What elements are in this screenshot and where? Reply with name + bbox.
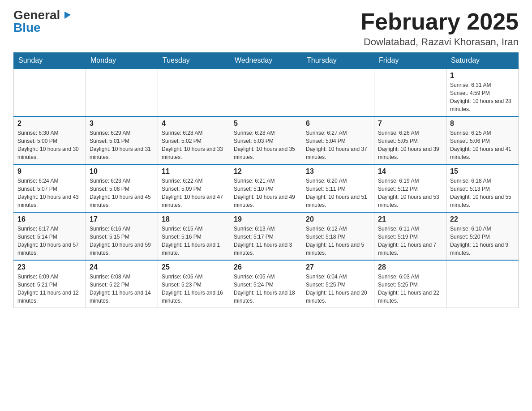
calendar-cell-w3-d6: 14Sunrise: 6:19 AMSunset: 5:12 PMDayligh… — [374, 164, 446, 212]
calendar-cell-w4-d7: 22Sunrise: 6:10 AMSunset: 5:20 PMDayligh… — [446, 212, 519, 260]
day-info: Sunrise: 6:15 AMSunset: 5:16 PMDaylight:… — [162, 225, 226, 257]
calendar-cell-w4-d3: 18Sunrise: 6:15 AMSunset: 5:16 PMDayligh… — [158, 212, 230, 260]
day-info: Sunrise: 6:13 AMSunset: 5:17 PMDaylight:… — [234, 225, 298, 257]
calendar-cell-w5-d1: 23Sunrise: 6:09 AMSunset: 5:21 PMDayligh… — [14, 260, 86, 308]
day-info: Sunrise: 6:10 AMSunset: 5:20 PMDaylight:… — [450, 225, 515, 257]
calendar-cell-w3-d7: 15Sunrise: 6:18 AMSunset: 5:13 PMDayligh… — [446, 164, 519, 212]
day-info: Sunrise: 6:09 AMSunset: 5:21 PMDaylight:… — [17, 273, 82, 305]
calendar-week-5: 23Sunrise: 6:09 AMSunset: 5:21 PMDayligh… — [14, 260, 519, 308]
day-number: 4 — [162, 120, 226, 128]
day-number: 26 — [234, 263, 298, 271]
day-number: 17 — [90, 215, 154, 223]
calendar-cell-w3-d4: 12Sunrise: 6:21 AMSunset: 5:10 PMDayligh… — [230, 164, 302, 212]
day-number: 18 — [162, 215, 226, 223]
logo: General Blue — [13, 9, 72, 34]
calendar-cell-w1-d3 — [158, 68, 230, 116]
day-number: 5 — [234, 120, 298, 128]
day-info: Sunrise: 6:17 AMSunset: 5:14 PMDaylight:… — [17, 225, 82, 257]
day-number: 7 — [378, 120, 442, 128]
calendar-cell-w4-d1: 16Sunrise: 6:17 AMSunset: 5:14 PMDayligh… — [14, 212, 86, 260]
calendar-cell-w2-d3: 4Sunrise: 6:28 AMSunset: 5:02 PMDaylight… — [158, 116, 230, 164]
calendar-cell-w3-d1: 9Sunrise: 6:24 AMSunset: 5:07 PMDaylight… — [14, 164, 86, 212]
day-number: 12 — [234, 167, 298, 176]
day-number: 16 — [17, 215, 82, 223]
header-saturday: Saturday — [446, 53, 519, 69]
day-info: Sunrise: 6:28 AMSunset: 5:03 PMDaylight:… — [234, 129, 298, 161]
day-number: 21 — [378, 215, 442, 223]
page-header: General Blue February 2025 Dowlatabad, R… — [13, 9, 519, 48]
calendar-cell-w3-d2: 10Sunrise: 6:23 AMSunset: 5:08 PMDayligh… — [86, 164, 158, 212]
day-number: 1 — [450, 72, 515, 80]
header-tuesday: Tuesday — [158, 53, 230, 69]
calendar-cell-w5-d4: 26Sunrise: 6:05 AMSunset: 5:24 PMDayligh… — [230, 260, 302, 308]
header-sunday: Sunday — [14, 53, 86, 69]
calendar-cell-w4-d5: 20Sunrise: 6:12 AMSunset: 5:18 PMDayligh… — [302, 212, 374, 260]
day-number: 6 — [306, 120, 370, 128]
day-info: Sunrise: 6:19 AMSunset: 5:12 PMDaylight:… — [378, 177, 442, 209]
calendar-week-2: 2Sunrise: 6:30 AMSunset: 5:00 PMDaylight… — [14, 116, 519, 164]
day-info: Sunrise: 6:08 AMSunset: 5:22 PMDaylight:… — [90, 273, 154, 305]
logo-general-text: General — [13, 9, 60, 21]
calendar-cell-w5-d5: 27Sunrise: 6:04 AMSunset: 5:25 PMDayligh… — [302, 260, 374, 308]
calendar-cell-w1-d6 — [374, 68, 446, 116]
calendar-week-4: 16Sunrise: 6:17 AMSunset: 5:14 PMDayligh… — [14, 212, 519, 260]
calendar-cell-w2-d7: 8Sunrise: 6:25 AMSunset: 5:06 PMDaylight… — [446, 116, 519, 164]
calendar-cell-w5-d3: 25Sunrise: 6:06 AMSunset: 5:23 PMDayligh… — [158, 260, 230, 308]
day-number: 13 — [306, 167, 370, 176]
header-wednesday: Wednesday — [230, 53, 302, 69]
day-number: 10 — [90, 167, 154, 176]
day-info: Sunrise: 6:12 AMSunset: 5:18 PMDaylight:… — [306, 225, 370, 257]
weekday-header-row: Sunday Monday Tuesday Wednesday Thursday… — [14, 53, 519, 69]
day-number: 23 — [17, 263, 82, 271]
day-info: Sunrise: 6:27 AMSunset: 5:04 PMDaylight:… — [306, 129, 370, 161]
calendar-week-3: 9Sunrise: 6:24 AMSunset: 5:07 PMDaylight… — [14, 164, 519, 212]
calendar-cell-w1-d1 — [14, 68, 86, 116]
day-info: Sunrise: 6:25 AMSunset: 5:06 PMDaylight:… — [450, 129, 515, 161]
header-thursday: Thursday — [302, 53, 374, 69]
location-subtitle: Dowlatabad, Razavi Khorasan, Iran — [360, 36, 519, 48]
day-info: Sunrise: 6:21 AMSunset: 5:10 PMDaylight:… — [234, 177, 298, 209]
day-info: Sunrise: 6:20 AMSunset: 5:11 PMDaylight:… — [306, 177, 370, 209]
day-info: Sunrise: 6:24 AMSunset: 5:07 PMDaylight:… — [17, 177, 82, 209]
calendar-cell-w2-d5: 6Sunrise: 6:27 AMSunset: 5:04 PMDaylight… — [302, 116, 374, 164]
svg-marker-0 — [64, 12, 71, 19]
calendar-cell-w4-d6: 21Sunrise: 6:11 AMSunset: 5:19 PMDayligh… — [374, 212, 446, 260]
day-info: Sunrise: 6:03 AMSunset: 5:25 PMDaylight:… — [378, 273, 442, 305]
day-number: 19 — [234, 215, 298, 223]
day-number: 3 — [90, 120, 154, 128]
calendar-cell-w5-d2: 24Sunrise: 6:08 AMSunset: 5:22 PMDayligh… — [86, 260, 158, 308]
day-info: Sunrise: 6:30 AMSunset: 5:00 PMDaylight:… — [17, 129, 82, 161]
day-info: Sunrise: 6:31 AMSunset: 4:59 PMDaylight:… — [450, 81, 515, 113]
day-number: 28 — [378, 263, 442, 271]
calendar-cell-w4-d4: 19Sunrise: 6:13 AMSunset: 5:17 PMDayligh… — [230, 212, 302, 260]
day-number: 27 — [306, 263, 370, 271]
calendar-week-1: 1Sunrise: 6:31 AMSunset: 4:59 PMDaylight… — [14, 68, 519, 116]
calendar-cell-w2-d1: 2Sunrise: 6:30 AMSunset: 5:00 PMDaylight… — [14, 116, 86, 164]
day-info: Sunrise: 6:04 AMSunset: 5:25 PMDaylight:… — [306, 273, 370, 305]
day-number: 8 — [450, 120, 515, 128]
day-number: 11 — [162, 167, 226, 176]
day-info: Sunrise: 6:18 AMSunset: 5:13 PMDaylight:… — [450, 177, 515, 209]
day-number: 2 — [17, 120, 82, 128]
day-number: 14 — [378, 167, 442, 176]
title-section: February 2025 Dowlatabad, Razavi Khorasa… — [360, 9, 519, 48]
day-number: 22 — [450, 215, 515, 223]
calendar-cell-w4-d2: 17Sunrise: 6:16 AMSunset: 5:15 PMDayligh… — [86, 212, 158, 260]
calendar-cell-w1-d4 — [230, 68, 302, 116]
calendar-title: February 2025 — [360, 9, 519, 34]
day-number: 24 — [90, 263, 154, 271]
calendar-cell-w1-d5 — [302, 68, 374, 116]
day-info: Sunrise: 6:05 AMSunset: 5:24 PMDaylight:… — [234, 273, 298, 305]
calendar-cell-w5-d6: 28Sunrise: 6:03 AMSunset: 5:25 PMDayligh… — [374, 260, 446, 308]
header-friday: Friday — [374, 53, 446, 69]
calendar-cell-w2-d6: 7Sunrise: 6:26 AMSunset: 5:05 PMDaylight… — [374, 116, 446, 164]
calendar-cell-w2-d2: 3Sunrise: 6:29 AMSunset: 5:01 PMDaylight… — [86, 116, 158, 164]
day-number: 20 — [306, 215, 370, 223]
calendar-cell-w1-d2 — [86, 68, 158, 116]
calendar-table: Sunday Monday Tuesday Wednesday Thursday… — [13, 52, 519, 308]
day-info: Sunrise: 6:22 AMSunset: 5:09 PMDaylight:… — [162, 177, 226, 209]
day-info: Sunrise: 6:28 AMSunset: 5:02 PMDaylight:… — [162, 129, 226, 161]
day-info: Sunrise: 6:29 AMSunset: 5:01 PMDaylight:… — [90, 129, 154, 161]
logo-triangle-icon — [62, 10, 72, 21]
day-info: Sunrise: 6:06 AMSunset: 5:23 PMDaylight:… — [162, 273, 226, 305]
